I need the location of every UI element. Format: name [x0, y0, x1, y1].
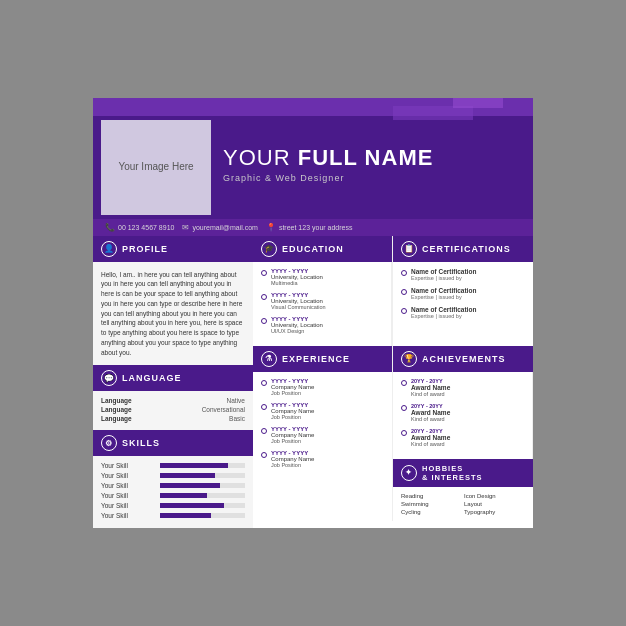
skill-bar-fill: [160, 513, 211, 518]
education-section: 🎓 EDUCATION YYYY - YYYYUniversity, Locat…: [253, 236, 393, 346]
skill-name: Your Skill: [101, 492, 156, 499]
education-list: YYYY - YYYYUniversity, LocationMultimedi…: [253, 262, 392, 346]
bullet: [401, 308, 407, 314]
education-header: 🎓 EDUCATION: [253, 236, 392, 262]
exp-role: Job Position: [271, 462, 314, 468]
cert-list: Name of CertificationExpertise | issued …: [393, 262, 533, 331]
photo-placeholder: Your Image Here: [101, 120, 211, 215]
edu-field: Multimedia: [271, 280, 323, 286]
name-light: YOUR: [223, 145, 298, 170]
experience-section: ⚗ EXPERIENCE YYYY - YYYYCompany NameJob …: [253, 346, 393, 521]
ach-sub: Kind of award: [411, 441, 450, 447]
name-bold: FULL NAME: [298, 145, 434, 170]
education-icon: 🎓: [261, 241, 277, 257]
hobbies-list: Reading Icon Design Swimming Layout Cycl…: [393, 487, 533, 521]
left-column: 👤 PROFILE Hello, I am.. in here you can …: [93, 236, 253, 529]
profile-label: PROFILE: [122, 244, 168, 254]
exp-company: Company Name: [271, 384, 314, 390]
ach-award: Award Name: [411, 384, 450, 391]
ach-hobbies-col: 🏆 ACHIEVEMENTS 20YY - 20YYAward NameKind…: [393, 346, 533, 521]
language-label: LANGUAGE: [122, 373, 182, 383]
bullet: [401, 289, 407, 295]
experience-header: ⚗ EXPERIENCE: [253, 346, 392, 372]
table-row: YYYY - YYYYUniversity, LocationUI/UX Des…: [261, 316, 383, 334]
table-row: YYYY - YYYYUniversity, LocationMultimedi…: [261, 268, 383, 286]
experience-label: EXPERIENCE: [282, 354, 350, 364]
list-item: Language Basic: [101, 415, 245, 422]
skill-bar-bg: [160, 493, 245, 498]
lang-level-2: Conversational: [202, 406, 245, 413]
profile-icon: 👤: [101, 241, 117, 257]
contact-address: 📍 street 123 your address: [266, 223, 353, 232]
bullet: [261, 428, 267, 434]
header-accent-rect: [393, 106, 473, 120]
skill-bar-bg: [160, 463, 245, 468]
exp-role: Job Position: [271, 390, 314, 396]
bullet: [401, 380, 407, 386]
experience-list: YYYY - YYYYCompany NameJob Position YYYY…: [253, 372, 392, 480]
cert-sub: Expertise | issued by: [411, 313, 476, 319]
list-item: Your Skill: [101, 462, 245, 469]
skills-label: SKILLS: [122, 438, 160, 448]
bullet: [261, 294, 267, 300]
cert-icon: 📋: [401, 241, 417, 257]
cert-sub: Expertise | issued by: [411, 294, 476, 300]
experience-icon: ⚗: [261, 351, 277, 367]
table-row: YYYY - YYYYCompany NameJob Position: [261, 378, 384, 396]
exp-year: YYYY - YYYY: [271, 426, 314, 432]
table-row: Name of CertificationExpertise | issued …: [401, 306, 533, 319]
skill-name: Your Skill: [101, 472, 156, 479]
cert-name: Name of Certification: [411, 287, 476, 294]
header-info: YOUR FULL NAME Graphic & Web Designer: [211, 116, 533, 219]
main-body: 👤 PROFILE Hello, I am.. in here you can …: [93, 236, 533, 529]
lang-name-2: Language: [101, 406, 132, 413]
language-header: 💬 LANGUAGE: [93, 365, 253, 391]
cert-label: CERTIFICATIONS: [422, 244, 511, 254]
list-item: Language Conversational: [101, 406, 245, 413]
skill-name: Your Skill: [101, 462, 156, 469]
achievements-icon: 🏆: [401, 351, 417, 367]
cert-name: Name of Certification: [411, 306, 476, 313]
hobbies-icon: ✦: [401, 465, 417, 481]
exp-company: Company Name: [271, 408, 314, 414]
hobbies-label: HOBBIES& INTERESTS: [422, 464, 483, 482]
header: Your Image Here YOUR FULL NAME Graphic &…: [93, 98, 533, 236]
achievements-list: 20YY - 20YYAward NameKind of award 20YY …: [393, 372, 533, 459]
cv-container: Your Image Here YOUR FULL NAME Graphic &…: [93, 98, 533, 529]
table-row: Name of CertificationExpertise | issued …: [401, 287, 533, 300]
list-item: Your Skill: [101, 502, 245, 509]
skill-bar-bg: [160, 473, 245, 478]
skill-bar-fill: [160, 503, 224, 508]
contact-phone: 📞 00 123 4567 8910: [105, 223, 174, 232]
list-item: Language Native: [101, 397, 245, 404]
photo-text: Your Image Here: [118, 160, 193, 174]
skill-bar-bg: [160, 483, 245, 488]
table-row: 20YY - 20YYAward NameKind of award: [401, 403, 524, 422]
hobbies-header: ✦ HOBBIES& INTERESTS: [393, 459, 533, 487]
cert-header: 📋 CERTIFICATIONS: [393, 236, 533, 262]
exp-year: YYYY - YYYY: [271, 402, 314, 408]
full-name: YOUR FULL NAME: [223, 145, 521, 171]
email-text: youremail@mail.com: [192, 224, 257, 231]
bullet: [401, 405, 407, 411]
language-list: Language Native Language Conversational …: [93, 391, 253, 430]
lang-level-3: Basic: [229, 415, 245, 422]
language-icon: 💬: [101, 370, 117, 386]
ach-award: Award Name: [411, 434, 450, 441]
lang-name-3: Language: [101, 415, 132, 422]
skills-header: ⚙ SKILLS: [93, 430, 253, 456]
header-accent-rect2: [453, 98, 503, 108]
achievements-label: ACHIEVEMENTS: [422, 354, 506, 364]
table-row: YYYY - YYYYUniversity, LocationVisual Co…: [261, 292, 383, 310]
exp-year: YYYY - YYYY: [271, 378, 314, 384]
cert-name: Name of Certification: [411, 268, 476, 275]
edu-place: University, Location: [271, 322, 323, 328]
profile-text: Hello, I am.. in here you can tell anyth…: [93, 262, 253, 366]
ach-sub: Kind of award: [411, 416, 450, 422]
skill-bar-fill: [160, 493, 207, 498]
skill-name: Your Skill: [101, 502, 156, 509]
skill-name: Your Skill: [101, 482, 156, 489]
skills-icon: ⚙: [101, 435, 117, 451]
list-item: Swimming: [401, 501, 462, 507]
table-row: YYYY - YYYYCompany NameJob Position: [261, 402, 384, 420]
